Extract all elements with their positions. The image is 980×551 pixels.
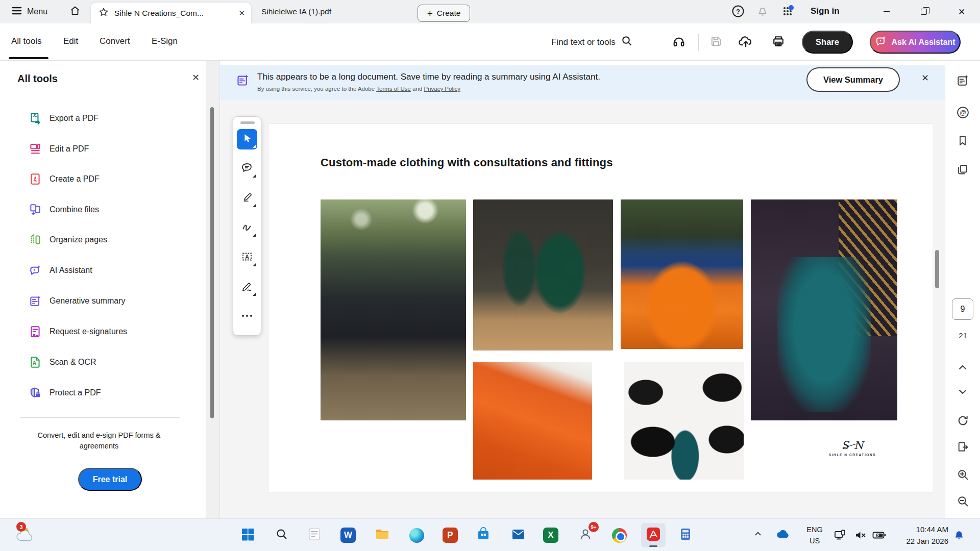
restore-button[interactable] bbox=[912, 0, 936, 23]
people-button[interactable]: 9+ bbox=[573, 523, 598, 547]
chrome-button[interactable] bbox=[607, 523, 631, 547]
people-badge: 9+ bbox=[589, 522, 599, 532]
notepad-button[interactable] bbox=[302, 523, 327, 547]
panel-scrollbar-thumb[interactable] bbox=[210, 107, 214, 418]
tool-item-scan-ocr[interactable]: A Scan & OCR bbox=[0, 350, 204, 374]
notifications-bell-icon bbox=[952, 528, 966, 543]
highlight-tool-button[interactable] bbox=[237, 188, 257, 209]
tool-item-combine-files[interactable]: Combine files bbox=[0, 197, 204, 222]
previous-page-button[interactable] bbox=[955, 361, 970, 376]
rotate-refresh-button[interactable] bbox=[955, 414, 970, 429]
tab-close-icon[interactable]: ✕ bbox=[238, 9, 245, 17]
tool-item-organize-pages[interactable]: Organize pages bbox=[0, 228, 204, 252]
language-indicator[interactable]: ENG US bbox=[804, 524, 825, 546]
home-button[interactable] bbox=[66, 4, 84, 19]
text-box-tool-button[interactable]: A bbox=[237, 247, 257, 268]
excel-button[interactable]: X bbox=[538, 523, 563, 547]
extract-pages-button[interactable] bbox=[955, 440, 970, 456]
attachments-panel-button[interactable]: @ bbox=[955, 106, 970, 121]
current-page-indicator[interactable]: 9 bbox=[952, 298, 973, 320]
apps-grid-icon bbox=[780, 4, 795, 20]
powerpoint-button[interactable]: P bbox=[438, 523, 462, 547]
panel-close-button[interactable]: ✕ bbox=[192, 72, 200, 83]
onedrive-icon bbox=[775, 528, 791, 541]
calculator-button[interactable] bbox=[673, 523, 698, 547]
next-page-button[interactable] bbox=[955, 385, 970, 400]
help-button[interactable]: ? bbox=[730, 5, 746, 20]
minimize-button[interactable] bbox=[875, 0, 898, 23]
outlook-button[interactable] bbox=[506, 523, 530, 547]
network-icon bbox=[833, 528, 847, 544]
banner-close-button[interactable]: ✕ bbox=[921, 72, 929, 84]
tab-all-tools[interactable]: All tools bbox=[11, 36, 42, 46]
window-close-icon: ✕ bbox=[958, 7, 965, 17]
read-aloud-button[interactable] bbox=[669, 33, 689, 52]
terms-of-use-link[interactable]: Terms of Use bbox=[376, 86, 411, 92]
generative-summary-icon bbox=[29, 294, 42, 308]
document-scrollbar-thumb[interactable] bbox=[935, 250, 939, 288]
start-button[interactable] bbox=[235, 523, 260, 547]
volume-button[interactable] bbox=[853, 528, 868, 544]
edge-button[interactable] bbox=[404, 523, 429, 547]
edge-icon bbox=[409, 528, 424, 543]
tab-document-1[interactable]: Sihle N Creations_Com... ✕ bbox=[91, 3, 251, 23]
fill-sign-tool-button[interactable] bbox=[237, 277, 257, 297]
generative-summary-panel-button[interactable] bbox=[955, 74, 970, 89]
main-toolbar: All tools Edit Convert E-Sign Find text … bbox=[0, 23, 980, 61]
upload-cloud-button[interactable] bbox=[736, 33, 755, 52]
ask-ai-assistant-button[interactable]: Ask AI Assistant bbox=[870, 31, 961, 54]
tool-item-protect-pdf[interactable]: Protect a PDF bbox=[0, 381, 204, 405]
notifications-button[interactable] bbox=[755, 5, 770, 20]
menu-button[interactable]: Menu bbox=[11, 5, 47, 19]
zoom-out-button[interactable] bbox=[955, 494, 970, 510]
app-switcher-button[interactable] bbox=[780, 5, 795, 20]
create-button[interactable]: + Create bbox=[418, 5, 470, 22]
tool-flyout-indicator bbox=[253, 234, 256, 237]
notification-center-button[interactable] bbox=[952, 528, 966, 543]
bookmarks-panel-button[interactable] bbox=[955, 134, 970, 149]
save-button[interactable] bbox=[706, 33, 726, 52]
sign-in-button[interactable]: Sign in bbox=[811, 6, 840, 16]
network-button[interactable] bbox=[833, 528, 847, 544]
free-trial-button[interactable]: Free trial bbox=[78, 468, 142, 491]
battery-button[interactable] bbox=[872, 528, 887, 544]
print-button[interactable] bbox=[769, 33, 788, 52]
onedrive-button[interactable] bbox=[775, 528, 791, 541]
panel-title: All tools bbox=[17, 73, 58, 85]
more-tools-button[interactable] bbox=[237, 307, 257, 324]
file-explorer-button[interactable] bbox=[370, 523, 395, 547]
star-icon[interactable] bbox=[98, 7, 109, 20]
panel-divider bbox=[20, 417, 180, 418]
close-button[interactable]: ✕ bbox=[950, 0, 973, 23]
acrobat-button[interactable] bbox=[641, 523, 666, 547]
comment-tool-button[interactable] bbox=[237, 159, 257, 179]
word-button[interactable]: W bbox=[336, 523, 360, 547]
zoom-in-button[interactable] bbox=[955, 468, 970, 483]
tab-document-2[interactable]: Sihlelelwe IA (1).pdf bbox=[255, 0, 362, 23]
view-summary-button[interactable]: View Summary bbox=[806, 67, 900, 92]
taskbar-search-button[interactable] bbox=[270, 523, 294, 547]
privacy-policy-link[interactable]: Privacy Policy bbox=[424, 86, 460, 92]
tab-esign[interactable]: E-Sign bbox=[152, 36, 178, 46]
toolbar-divider bbox=[698, 34, 699, 51]
microsoft-store-button[interactable] bbox=[471, 523, 496, 547]
tab-edit[interactable]: Edit bbox=[63, 36, 78, 46]
tool-item-generative-summary[interactable]: Generative summary bbox=[0, 289, 204, 313]
find-text-button[interactable]: Find text or tools bbox=[551, 35, 633, 49]
tray-overflow-button[interactable] bbox=[752, 528, 764, 541]
toolbar-drag-handle[interactable] bbox=[240, 121, 255, 124]
clock[interactable]: 10:44 AM 22 Jan 2026 bbox=[888, 523, 948, 547]
tab-convert[interactable]: Convert bbox=[100, 36, 130, 46]
share-button[interactable]: Share bbox=[802, 31, 853, 54]
page-thumbnails-panel-button[interactable] bbox=[955, 163, 970, 178]
tool-item-request-esignatures[interactable]: Request e-signatures bbox=[0, 319, 204, 344]
draw-tool-button[interactable] bbox=[237, 218, 257, 238]
tool-item-edit-pdf[interactable]: Edit a PDF bbox=[0, 137, 204, 161]
widgets-button[interactable]: 3 bbox=[13, 524, 40, 546]
panel-scrollbar[interactable] bbox=[206, 61, 219, 518]
tool-item-export-pdf[interactable]: Export a PDF bbox=[0, 106, 204, 131]
tool-item-ai-assistant[interactable]: AI Assistant bbox=[0, 258, 204, 283]
tool-item-create-pdf[interactable]: Create a PDF bbox=[0, 167, 204, 191]
titlebar: Menu Sihle N Creations_Com... ✕ Sihlelel… bbox=[0, 0, 980, 23]
select-tool-button[interactable] bbox=[237, 129, 257, 149]
